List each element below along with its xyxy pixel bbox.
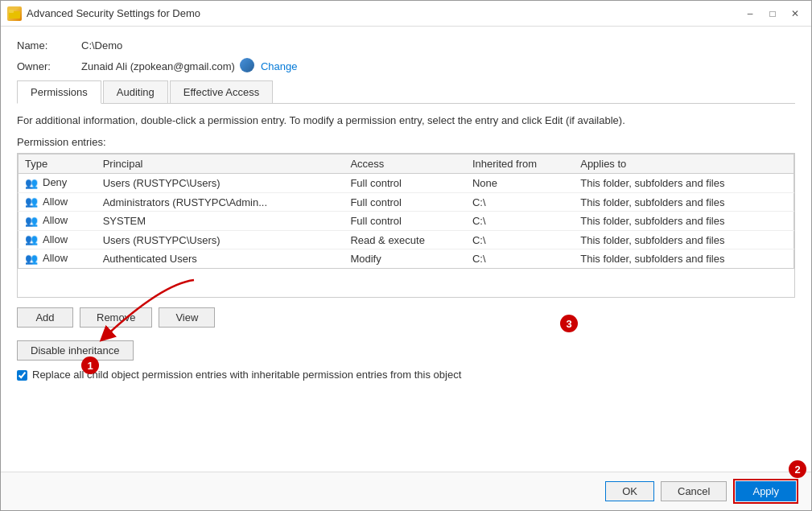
name-label: Name: — [17, 39, 81, 52]
tab-auditing[interactable]: Auditing — [103, 80, 168, 103]
ok-button[interactable]: OK — [605, 481, 654, 501]
cell-principal: SYSTEM — [97, 212, 344, 231]
info-text: For additional information, double-click… — [17, 113, 795, 128]
svg-rect-1 — [9, 10, 14, 13]
user-icon — [25, 253, 39, 266]
table-row[interactable]: Deny Users (RUSTYPC\Users) Full control … — [19, 174, 794, 193]
title-bar: Advanced Security Settings for Demo – □ … — [1, 1, 811, 27]
bottom-bar: OK Cancel Apply 2 — [1, 472, 811, 510]
cell-inherited: C:\ — [466, 249, 574, 269]
lower-section: Disable inheritance Replace all child ob… — [17, 340, 795, 381]
cell-principal: Users (RUSTYPC\Users) — [97, 174, 344, 193]
owner-value: Zunaid Ali (zpokean@gmail.com) — [81, 60, 235, 72]
table-row[interactable]: Allow SYSTEM Full control C:\ This folde… — [19, 212, 794, 231]
cell-type: Allow — [19, 212, 97, 231]
badge-3: 3 — [560, 315, 578, 332]
maximize-button[interactable]: □ — [763, 5, 782, 23]
cell-type: Allow — [19, 192, 97, 212]
table-row[interactable]: Allow Administrators (RUSTYPC\Admin... F… — [19, 192, 794, 212]
minimize-button[interactable]: – — [740, 5, 760, 23]
cell-access: Full control — [344, 174, 466, 193]
cell-access: Read & execute — [344, 230, 466, 249]
checkbox-row: Replace all child object permission entr… — [17, 369, 795, 381]
window-controls: – □ ✕ — [740, 5, 805, 23]
tab-permissions[interactable]: Permissions — [17, 80, 101, 104]
cell-inherited: None — [466, 174, 574, 193]
section-label: Permission entries: — [17, 136, 795, 148]
cell-type: Allow — [19, 230, 97, 249]
owner-label: Owner: — [17, 60, 81, 72]
disable-inheritance-button[interactable]: Disable inheritance — [17, 340, 134, 361]
user-icon — [25, 233, 39, 246]
col-principal: Principal — [97, 155, 344, 174]
cancel-button[interactable]: Cancel — [661, 481, 727, 501]
cell-type: Deny — [19, 174, 97, 193]
cell-applies: This folder, subfolders and files — [574, 192, 793, 212]
badge-2: 2 — [789, 460, 806, 478]
table-row[interactable]: Allow Authenticated Users Modify C:\ Thi… — [19, 249, 794, 269]
user-icon — [25, 196, 39, 208]
cell-applies: This folder, subfolders and files — [574, 249, 793, 269]
cell-inherited: C:\ — [466, 212, 574, 231]
close-button[interactable]: ✕ — [785, 5, 805, 23]
window-icon — [7, 6, 22, 21]
user-icon — [25, 177, 39, 190]
tab-effective-access[interactable]: Effective Access — [170, 80, 273, 103]
col-applies: Applies to — [574, 155, 793, 174]
replace-permissions-checkbox[interactable] — [17, 370, 27, 381]
apply-button[interactable]: Apply — [736, 481, 796, 501]
cell-access: Full control — [344, 192, 466, 212]
cell-principal: Administrators (RUSTYPC\Admin... — [97, 192, 344, 212]
table-row[interactable]: Allow Users (RUSTYPC\Users) Read & execu… — [19, 230, 794, 249]
owner-field-row: Owner: Zunaid Ali (zpokean@gmail.com) Ch… — [17, 58, 795, 74]
globe-sphere — [240, 58, 254, 72]
view-button[interactable]: View — [159, 307, 215, 328]
cell-inherited: C:\ — [466, 230, 574, 249]
globe-icon — [240, 58, 256, 74]
col-inherited: Inherited from — [466, 155, 574, 174]
user-icon — [25, 215, 39, 228]
window-title: Advanced Security Settings for Demo — [27, 7, 740, 19]
action-buttons-row: Add Remove View — [17, 307, 795, 328]
cell-principal: Authenticated Users — [97, 249, 344, 269]
cell-access: Modify — [344, 249, 466, 269]
col-type: Type — [19, 155, 97, 174]
permissions-table: Type Principal Access Inherited from App… — [18, 154, 794, 269]
remove-button[interactable]: Remove — [80, 307, 152, 328]
cell-applies: This folder, subfolders and files — [574, 212, 793, 231]
cell-type: Allow — [19, 249, 97, 269]
add-button[interactable]: Add — [17, 307, 73, 328]
tab-bar: Permissions Auditing Effective Access — [17, 80, 795, 104]
apply-button-wrapper: Apply — [733, 479, 798, 504]
dialog-content: Name: C:\Demo Owner: Zunaid Ali (zpokean… — [1, 27, 811, 472]
cell-applies: This folder, subfolders and files — [574, 230, 793, 249]
permissions-table-wrapper: Type Principal Access Inherited from App… — [17, 153, 795, 298]
cell-principal: Users (RUSTYPC\Users) — [97, 230, 344, 249]
col-access: Access — [344, 155, 466, 174]
change-owner-link[interactable]: Change — [261, 60, 298, 72]
cell-inherited: C:\ — [466, 192, 574, 212]
cell-access: Full control — [344, 212, 466, 231]
name-field-row: Name: C:\Demo — [17, 39, 795, 52]
name-value: C:\Demo — [81, 39, 122, 52]
cell-applies: This folder, subfolders and files — [574, 174, 793, 193]
